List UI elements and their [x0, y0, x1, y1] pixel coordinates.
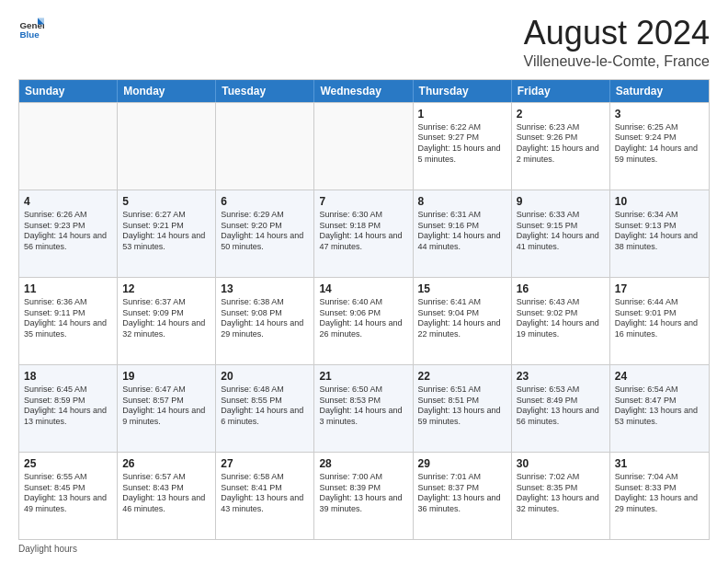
calendar-cell-w3-d7: 17Sunrise: 6:44 AM Sunset: 9:01 PM Dayli…	[610, 278, 709, 364]
day-info: Sunrise: 6:57 AM Sunset: 8:43 PM Dayligh…	[122, 472, 210, 515]
day-info: Sunrise: 6:30 AM Sunset: 9:18 PM Dayligh…	[319, 210, 407, 253]
day-number: 23	[517, 369, 605, 384]
day-info: Sunrise: 6:45 AM Sunset: 8:59 PM Dayligh…	[24, 385, 112, 428]
calendar-cell-w4-d2: 19Sunrise: 6:47 AM Sunset: 8:57 PM Dayli…	[118, 365, 216, 452]
calendar-cell-w5-d3: 27Sunrise: 6:58 AM Sunset: 8:41 PM Dayli…	[216, 453, 314, 539]
day-info: Sunrise: 7:04 AM Sunset: 8:33 PM Dayligh…	[615, 472, 704, 515]
day-number: 25	[24, 456, 112, 471]
day-info: Sunrise: 6:34 AM Sunset: 9:13 PM Dayligh…	[615, 210, 704, 253]
calendar-cell-w5-d4: 28Sunrise: 7:00 AM Sunset: 8:39 PM Dayli…	[314, 453, 413, 539]
header: General Blue August 2024 Villeneuve-le-C…	[18, 15, 710, 70]
calendar-row-3: 11Sunrise: 6:36 AM Sunset: 9:11 PM Dayli…	[19, 277, 709, 364]
calendar-cell-w3-d4: 14Sunrise: 6:40 AM Sunset: 9:06 PM Dayli…	[314, 278, 413, 364]
day-number: 26	[122, 456, 210, 471]
calendar-cell-w2-d4: 7Sunrise: 6:30 AM Sunset: 9:18 PM Daylig…	[314, 190, 413, 277]
day-number: 19	[122, 369, 210, 384]
day-info: Sunrise: 7:00 AM Sunset: 8:39 PM Dayligh…	[319, 472, 407, 515]
day-info: Sunrise: 6:50 AM Sunset: 8:53 PM Dayligh…	[319, 385, 407, 428]
calendar-cell-w4-d1: 18Sunrise: 6:45 AM Sunset: 8:59 PM Dayli…	[19, 365, 118, 452]
calendar-cell-w4-d7: 24Sunrise: 6:54 AM Sunset: 8:47 PM Dayli…	[610, 365, 709, 452]
header-sunday: Sunday	[19, 80, 118, 102]
calendar: Sunday Monday Tuesday Wednesday Thursday…	[18, 79, 710, 540]
calendar-cell-w5-d1: 25Sunrise: 6:55 AM Sunset: 8:45 PM Dayli…	[19, 453, 118, 539]
header-wednesday: Wednesday	[314, 80, 413, 102]
calendar-header: Sunday Monday Tuesday Wednesday Thursday…	[19, 80, 709, 102]
day-info: Sunrise: 6:23 AM Sunset: 9:26 PM Dayligh…	[517, 122, 605, 166]
day-number: 24	[615, 369, 704, 384]
day-number: 5	[122, 194, 210, 209]
day-info: Sunrise: 6:58 AM Sunset: 8:41 PM Dayligh…	[221, 472, 309, 515]
calendar-cell-w3-d3: 13Sunrise: 6:38 AM Sunset: 9:08 PM Dayli…	[216, 278, 314, 364]
page: General Blue August 2024 Villeneuve-le-C…	[0, 0, 728, 563]
calendar-cell-w3-d6: 16Sunrise: 6:43 AM Sunset: 9:02 PM Dayli…	[512, 278, 610, 364]
day-info: Sunrise: 6:36 AM Sunset: 9:11 PM Dayligh…	[24, 297, 112, 340]
day-number: 11	[24, 282, 112, 296]
header-saturday: Saturday	[610, 80, 709, 102]
calendar-cell-w5-d6: 30Sunrise: 7:02 AM Sunset: 8:35 PM Dayli…	[512, 453, 610, 539]
calendar-cell-w3-d2: 12Sunrise: 6:37 AM Sunset: 9:09 PM Dayli…	[118, 278, 216, 364]
calendar-cell-w4-d5: 22Sunrise: 6:51 AM Sunset: 8:51 PM Dayli…	[414, 365, 512, 452]
calendar-cell-w1-d2	[118, 103, 216, 190]
day-number: 1	[418, 107, 506, 121]
logo-icon: General Blue	[18, 15, 44, 40]
calendar-cell-w4-d6: 23Sunrise: 6:53 AM Sunset: 8:49 PM Dayli…	[512, 365, 610, 452]
day-number: 10	[615, 194, 704, 209]
calendar-row-5: 25Sunrise: 6:55 AM Sunset: 8:45 PM Dayli…	[19, 452, 709, 539]
calendar-body: 1Sunrise: 6:22 AM Sunset: 9:27 PM Daylig…	[19, 102, 709, 539]
day-number: 27	[221, 456, 309, 471]
day-info: Sunrise: 7:02 AM Sunset: 8:35 PM Dayligh…	[517, 472, 605, 515]
day-number: 4	[24, 194, 112, 209]
day-info: Sunrise: 6:48 AM Sunset: 8:55 PM Dayligh…	[221, 385, 309, 428]
day-number: 2	[517, 107, 605, 121]
calendar-row-2: 4Sunrise: 6:26 AM Sunset: 9:23 PM Daylig…	[19, 190, 709, 277]
day-info: Sunrise: 6:29 AM Sunset: 9:20 PM Dayligh…	[221, 210, 309, 253]
day-number: 21	[319, 369, 407, 384]
calendar-cell-w3-d5: 15Sunrise: 6:41 AM Sunset: 9:04 PM Dayli…	[414, 278, 512, 364]
day-number: 15	[418, 282, 506, 296]
day-number: 12	[122, 282, 210, 296]
day-info: Sunrise: 6:22 AM Sunset: 9:27 PM Dayligh…	[418, 122, 506, 166]
day-number: 13	[221, 282, 309, 296]
day-number: 7	[319, 194, 407, 209]
calendar-cell-w1-d7: 3Sunrise: 6:25 AM Sunset: 9:24 PM Daylig…	[610, 103, 709, 190]
calendar-cell-w2-d1: 4Sunrise: 6:26 AM Sunset: 9:23 PM Daylig…	[19, 190, 118, 277]
day-info: Sunrise: 6:31 AM Sunset: 9:16 PM Dayligh…	[418, 210, 506, 253]
day-info: Sunrise: 6:55 AM Sunset: 8:45 PM Dayligh…	[24, 472, 112, 515]
day-number: 30	[517, 456, 605, 471]
main-title: August 2024	[524, 15, 710, 52]
calendar-cell-w5-d7: 31Sunrise: 7:04 AM Sunset: 8:33 PM Dayli…	[610, 453, 709, 539]
calendar-cell-w5-d5: 29Sunrise: 7:01 AM Sunset: 8:37 PM Dayli…	[414, 453, 512, 539]
title-block: August 2024 Villeneuve-le-Comte, France	[524, 15, 710, 70]
day-number: 28	[319, 456, 407, 471]
day-info: Sunrise: 6:43 AM Sunset: 9:02 PM Dayligh…	[517, 297, 605, 340]
day-number: 8	[418, 194, 506, 209]
calendar-cell-w3-d1: 11Sunrise: 6:36 AM Sunset: 9:11 PM Dayli…	[19, 278, 118, 364]
calendar-cell-w4-d3: 20Sunrise: 6:48 AM Sunset: 8:55 PM Dayli…	[216, 365, 314, 452]
calendar-cell-w1-d5: 1Sunrise: 6:22 AM Sunset: 9:27 PM Daylig…	[414, 103, 512, 190]
day-info: Sunrise: 6:27 AM Sunset: 9:21 PM Dayligh…	[122, 210, 210, 253]
calendar-cell-w2-d3: 6Sunrise: 6:29 AM Sunset: 9:20 PM Daylig…	[216, 190, 314, 277]
day-number: 18	[24, 369, 112, 384]
calendar-cell-w1-d1	[19, 103, 118, 190]
calendar-cell-w1-d3	[216, 103, 314, 190]
day-info: Sunrise: 6:53 AM Sunset: 8:49 PM Dayligh…	[517, 385, 605, 428]
footer-note: Daylight hours	[18, 544, 710, 554]
calendar-cell-w2-d6: 9Sunrise: 6:33 AM Sunset: 9:15 PM Daylig…	[512, 190, 610, 277]
calendar-cell-w2-d7: 10Sunrise: 6:34 AM Sunset: 9:13 PM Dayli…	[610, 190, 709, 277]
day-info: Sunrise: 6:38 AM Sunset: 9:08 PM Dayligh…	[221, 297, 309, 340]
header-thursday: Thursday	[414, 80, 512, 102]
day-number: 22	[418, 369, 506, 384]
day-info: Sunrise: 6:44 AM Sunset: 9:01 PM Dayligh…	[615, 297, 704, 340]
day-info: Sunrise: 6:51 AM Sunset: 8:51 PM Dayligh…	[418, 385, 506, 428]
calendar-row-1: 1Sunrise: 6:22 AM Sunset: 9:27 PM Daylig…	[19, 102, 709, 190]
day-info: Sunrise: 6:54 AM Sunset: 8:47 PM Dayligh…	[615, 385, 704, 428]
day-info: Sunrise: 6:26 AM Sunset: 9:23 PM Dayligh…	[24, 210, 112, 253]
header-tuesday: Tuesday	[216, 80, 314, 102]
day-number: 14	[319, 282, 407, 296]
day-number: 16	[517, 282, 605, 296]
day-info: Sunrise: 6:40 AM Sunset: 9:06 PM Dayligh…	[319, 297, 407, 340]
calendar-row-4: 18Sunrise: 6:45 AM Sunset: 8:59 PM Dayli…	[19, 364, 709, 452]
day-number: 29	[418, 456, 506, 471]
day-number: 3	[615, 107, 704, 121]
day-info: Sunrise: 7:01 AM Sunset: 8:37 PM Dayligh…	[418, 472, 506, 515]
